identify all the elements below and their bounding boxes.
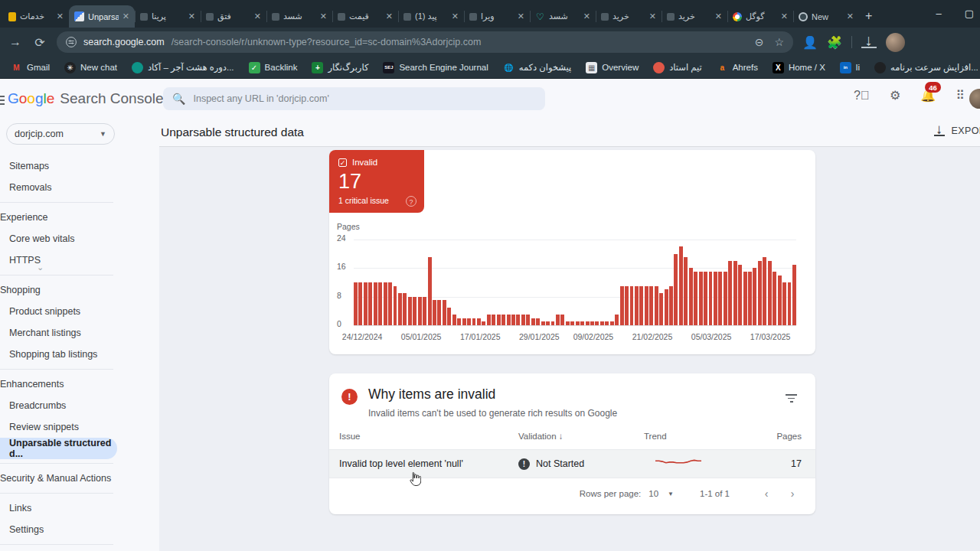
sidebar-item-unparsable-structured-d-[interactable]: Unparsable structured d... (0, 438, 117, 459)
column-issue[interactable]: Issue (339, 432, 518, 441)
browser-tab[interactable]: شسد✕ (266, 5, 332, 28)
browser-avatar[interactable] (886, 33, 905, 52)
chart-bar[interactable] (541, 321, 545, 325)
sidebar-item-shopping-tab-listings[interactable]: Shopping tab listings (0, 344, 117, 365)
chart-bar[interactable] (748, 272, 752, 325)
export-button[interactable]: ⭳ EXPORT (934, 126, 980, 136)
chart-bar[interactable] (467, 318, 471, 325)
chart-bar[interactable] (689, 268, 693, 325)
chart-bar[interactable] (649, 286, 653, 325)
chart-bar[interactable] (418, 297, 422, 325)
chart-bar[interactable] (423, 297, 426, 325)
tab-close-icon[interactable]: ✕ (386, 11, 393, 21)
chart-bar[interactable] (768, 261, 772, 325)
chart-bar[interactable] (605, 321, 609, 325)
chart-bar[interactable] (743, 272, 747, 325)
chart-bar[interactable] (782, 282, 786, 325)
chart-bar[interactable] (472, 318, 476, 325)
browser-tab[interactable]: خدمات✕ (3, 5, 69, 28)
previous-page-icon[interactable]: ‹ (757, 487, 776, 500)
menu-icon[interactable] (0, 93, 5, 107)
browser-tab[interactable]: ویرا✕ (464, 5, 530, 28)
new-tab-button[interactable]: + (865, 9, 872, 23)
chart-bar[interactable] (546, 321, 550, 325)
sidebar-section-experience[interactable]: Experience (0, 207, 159, 228)
chart-bar[interactable] (615, 315, 619, 325)
property-selector[interactable]: dorjcip.com ▼ (6, 123, 115, 145)
sidebar-item-links[interactable]: Links (0, 497, 117, 519)
chart-bar[interactable] (437, 300, 441, 325)
chart-bar[interactable] (595, 321, 599, 325)
chart-bar[interactable] (714, 272, 717, 325)
chart-bar[interactable] (521, 315, 525, 325)
chart-bar[interactable] (738, 265, 742, 325)
chart-bar[interactable] (531, 318, 535, 325)
chart-bar[interactable] (778, 276, 782, 325)
chart-bar[interactable] (408, 297, 412, 325)
chart-bar[interactable] (497, 315, 501, 325)
chart-bar[interactable] (457, 318, 461, 325)
tab-close-icon[interactable]: ✕ (518, 11, 524, 21)
reload-icon[interactable]: ⟳ (32, 35, 47, 50)
browser-tab[interactable]: Unparsable✕ (69, 5, 135, 28)
chart-bar[interactable] (388, 282, 392, 325)
bookmark-item[interactable]: aAhrefs (717, 62, 758, 73)
sidebar-item-core-web-vitals[interactable]: Core web vitals (0, 228, 117, 249)
chart-bar[interactable] (620, 286, 624, 325)
browser-tab[interactable]: گوگل✕ (727, 5, 793, 28)
chart-bar[interactable] (718, 272, 722, 325)
tab-close-icon[interactable]: ✕ (781, 11, 788, 21)
tab-close-icon[interactable]: ✕ (583, 11, 590, 21)
tab-close-icon[interactable]: ✕ (847, 11, 854, 21)
chart-bar[interactable] (586, 321, 590, 325)
chart-bar[interactable] (477, 318, 481, 325)
chart-bar[interactable] (724, 272, 727, 325)
extensions-puzzle-icon[interactable]: 🧩 (827, 35, 842, 50)
issue-cell[interactable]: Invalid top level element 'null' (339, 458, 518, 469)
chart-bar[interactable] (428, 257, 432, 325)
bookmark-item[interactable]: XHome / X (773, 62, 825, 73)
column-pages[interactable]: Pages (759, 432, 802, 441)
browser-tab[interactable]: خرید✕ (596, 5, 662, 28)
site-info-icon[interactable] (66, 37, 77, 47)
bookmark-item[interactable]: ✳New chat (64, 62, 117, 73)
tab-close-icon[interactable]: ✕ (715, 11, 722, 21)
column-trend[interactable]: Trend (644, 432, 759, 441)
sidebar-item-sitemaps[interactable]: Sitemaps (0, 155, 117, 177)
chart-bar[interactable] (394, 286, 397, 325)
chart-bar[interactable] (443, 300, 446, 325)
chart-bar[interactable] (413, 297, 416, 325)
chart-bar[interactable] (403, 293, 407, 325)
chart-bar[interactable] (511, 315, 515, 325)
chart-bar[interactable] (358, 282, 362, 325)
chart-bar[interactable] (580, 321, 584, 325)
sidebar-section-shopping[interactable]: Shopping (0, 279, 159, 301)
chart-bar[interactable] (378, 282, 382, 325)
chart-bar[interactable] (639, 286, 643, 325)
gsc-logo[interactable]: Google Search Console (8, 90, 164, 107)
chart-bar[interactable] (669, 286, 673, 325)
tab-close-icon[interactable]: ✕ (188, 11, 195, 21)
chart-bar[interactable] (570, 321, 574, 325)
chart-bar[interactable] (556, 315, 560, 325)
downloads-icon[interactable]: ⭳ (861, 37, 877, 48)
bookmark-item[interactable]: ✓Backlink (249, 62, 298, 73)
chart-bar[interactable] (694, 272, 697, 325)
sidebar-section-enhancements[interactable]: Enhancements (0, 373, 159, 395)
tab-close-icon[interactable]: ✕ (57, 11, 64, 21)
chart-bar[interactable] (433, 300, 436, 325)
address-bar[interactable]: search.google.com/search-console/r/unkno… (57, 31, 793, 53)
tab-close-icon[interactable]: ✕ (649, 11, 656, 21)
browser-tab[interactable]: خرید✕ (662, 5, 727, 28)
rows-per-page-value[interactable]: 10 (648, 489, 658, 498)
chart-bar[interactable] (600, 321, 604, 325)
chart-bar[interactable] (645, 286, 648, 325)
sidebar-item-review-snippets[interactable]: Review snippets (0, 416, 117, 438)
help-icon[interactable]: ?⃝ (854, 89, 870, 103)
chevron-down-icon[interactable]: ▼ (668, 491, 674, 497)
tab-close-icon[interactable]: ✕ (452, 11, 459, 21)
sidebar-section-security-manual-actions[interactable]: Security & Manual Actions (0, 468, 159, 489)
account-avatar[interactable] (969, 89, 980, 109)
chart-bar[interactable] (630, 286, 634, 325)
url-inspect-searchbox[interactable]: 🔍 Inspect any URL in 'dorjcip.com' (163, 87, 545, 110)
